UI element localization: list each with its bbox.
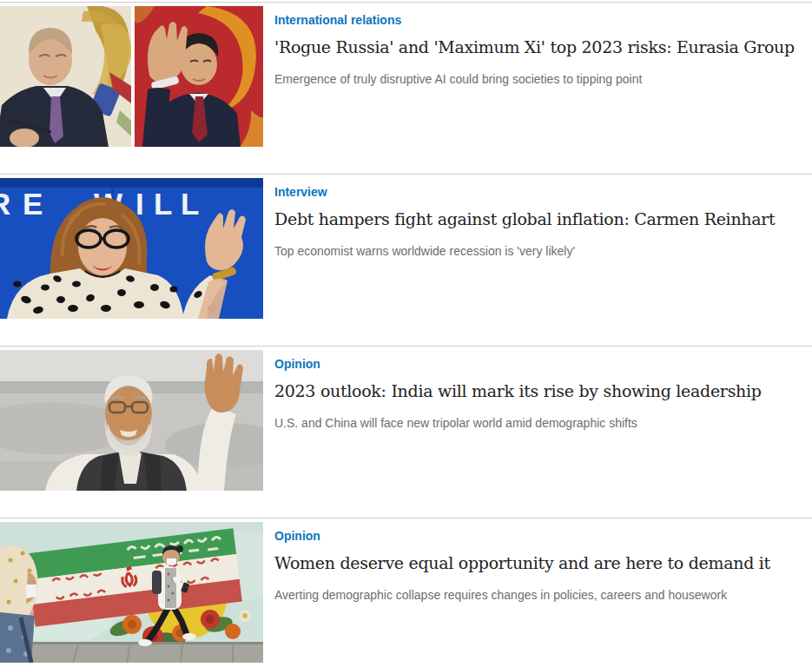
article-category[interactable]: Interview	[274, 185, 803, 200]
svg-text:L: L	[181, 187, 199, 221]
svg-text:E: E	[23, 187, 43, 221]
article-row-reinhart[interactable]: R E W I L L	[0, 174, 812, 346]
article-text: Opinion Women deserve equal opportunity …	[274, 518, 812, 603]
iran-flag-mural-photo	[0, 522, 263, 663]
article-row-iran-mural[interactable]: Opinion Women deserve equal opportunity …	[0, 518, 812, 667]
article-text: Opinion 2023 outlook: India will mark it…	[274, 347, 812, 431]
news-feed: International relations 'Rogue Russia' a…	[0, 0, 812, 667]
article-thumbnail-iran-mural[interactable]	[0, 522, 263, 663]
article-thumbnail-reinhart[interactable]: R E W I L L	[0, 178, 263, 319]
article-category[interactable]: Opinion	[274, 529, 803, 544]
svg-text:R: R	[0, 187, 10, 221]
article-category[interactable]: Opinion	[274, 357, 803, 372]
article-thumbnail-putin-xi[interactable]	[0, 6, 263, 147]
article-text: International relations 'Rogue Russia' a…	[274, 3, 812, 87]
article-summary: U.S. and China will face new tripolar wo…	[274, 415, 803, 431]
article-headline[interactable]: Women deserve equal opportunity and are …	[274, 551, 803, 574]
article-row-putin-xi[interactable]: International relations 'Rogue Russia' a…	[0, 2, 812, 174]
article-row-modi[interactable]: Opinion 2023 outlook: India will mark it…	[0, 346, 812, 518]
article-headline[interactable]: 2023 outlook: India will mark its rise b…	[274, 380, 803, 402]
article-headline[interactable]: Debt hampers fight against global inflat…	[274, 208, 803, 230]
modi-photo	[0, 350, 263, 491]
article-summary: Emergence of truly disruptive AI could b…	[274, 71, 803, 87]
svg-text:L: L	[154, 187, 172, 221]
article-text: Interview Debt hampers fight against glo…	[274, 175, 812, 259]
carmen-reinhart-photo: R E W I L L	[0, 178, 263, 319]
article-thumbnail-modi[interactable]	[0, 350, 263, 491]
article-summary: Averting demographic collapse requires c…	[274, 587, 803, 603]
article-headline[interactable]: 'Rogue Russia' and 'Maximum Xi' top 2023…	[274, 36, 803, 58]
putin-xi-photo	[0, 6, 263, 147]
article-category[interactable]: International relations	[274, 13, 803, 28]
article-summary: Top economist warns worldwide recession …	[274, 243, 803, 259]
